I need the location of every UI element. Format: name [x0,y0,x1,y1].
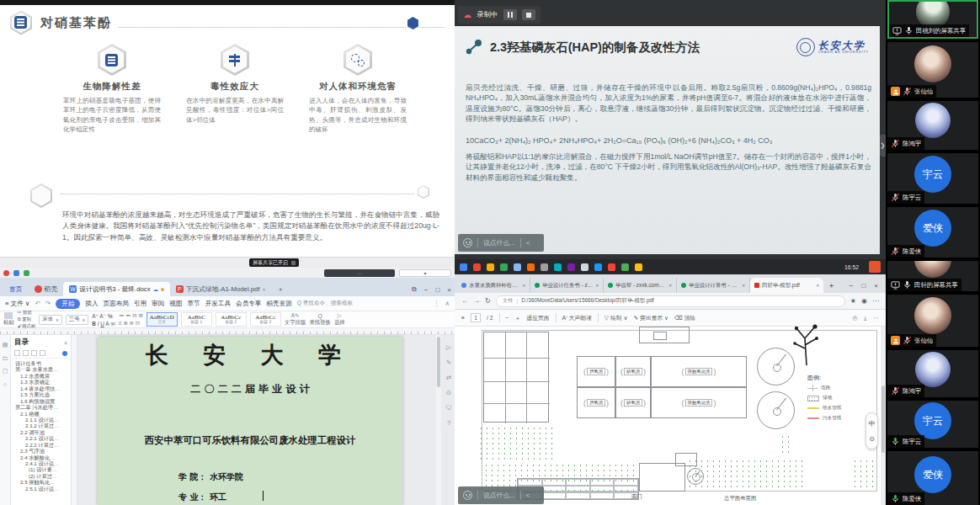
taskbar-app-icon[interactable] [567,263,575,271]
copy-button[interactable]: ⧉ 复制 [18,316,36,322]
stop-recording-button[interactable] [522,9,535,20]
tab-pdf[interactable]: P 下沉式绿地-A1-Model.pdf× [170,282,271,296]
toc-item[interactable]: 2.4.1 设计说… [13,460,69,466]
taskbar-app-icon[interactable] [527,263,535,271]
tray-chart-icon[interactable] [24,270,29,276]
taskbar-app-icon[interactable] [635,263,642,271]
style-heading1[interactable]: AaBbC标题 1 [181,312,212,327]
participant-tile[interactable]: 陈鸿宇 [887,350,978,397]
taskbar-app-icon[interactable] [581,263,589,271]
browser-tab[interactable]: 毕设帮 - zxxk.com网页× [604,278,677,293]
taskbar-app-icon[interactable] [554,263,562,271]
reload-icon[interactable]: ↻ [485,297,491,305]
font-size-select[interactable]: 三号∨ [66,315,88,325]
emoji-icon[interactable] [463,238,472,247]
layout-switch-icon[interactable]: ⧉ [412,285,417,294]
toc-item[interactable]: 2.5.1 设计说… [13,486,69,492]
redo-icon[interactable]: ↷ [45,300,51,307]
browser-tab-active[interactable]: 田轩毕-模型.pdf× [750,278,823,293]
bookmark-icon[interactable]: ▢ [3,368,8,375]
cut-button[interactable]: ✂ 剪切 [18,310,36,316]
emoji-icon[interactable] [463,491,472,500]
menu-page-layout[interactable]: 页面布局 [104,300,129,308]
toc-tool-icon[interactable] [14,350,20,356]
align-icons[interactable]: ≡ ≣ ⊜ ⊡ [119,320,143,327]
fit-page-button[interactable]: 适应页面 [526,314,549,322]
close-tab-icon[interactable]: × [522,283,525,288]
text-tool-button[interactable]: A✎文字排版 [285,312,306,327]
file-menu[interactable]: ≡ 文件 ∨ [5,300,29,308]
bold-italic-group[interactable]: B I U A·x² [92,321,115,327]
menu-docer-res[interactable]: 稻壳资源 [266,300,291,308]
participant-tile[interactable]: 田桃刘的屏幕共享 [887,0,978,39]
nav-pane-icon[interactable]: ▤ [3,342,8,348]
toc-item[interactable]: 2.2 调节池 [13,429,69,435]
taskbar-app-icon[interactable] [594,263,602,271]
tab-docer[interactable]: 稻壳 [29,282,64,296]
read-aloud-button[interactable]: A⁾ 大声朗读 [562,314,592,322]
browser-menu-icon[interactable]: ⋯ [872,297,879,305]
page-number-input[interactable]: 1 [471,313,481,322]
meeting-chat-bar[interactable]: 说点什么... < [458,486,544,504]
save-icon[interactable]: ⤓ [864,315,866,322]
toc-item[interactable]: 第一章 水量水质… [13,366,69,372]
paste-button[interactable]: 粘贴 [3,312,14,327]
help-icon[interactable]: ? [447,419,450,427]
toc-item[interactable]: 1.5 方案比选 [13,391,69,397]
menu-member[interactable]: 会员专享 [236,300,261,308]
menu-reference[interactable]: 引用 [134,300,146,308]
participant-tile[interactable]: 张仙仙 [887,295,978,347]
tab-home[interactable]: 首页 [3,282,29,296]
toc-item[interactable]: 2.2.2 计算过… [13,442,69,448]
pdf-page-canvas[interactable]: (厌氧池) (缺氧池) (接触氧化池) (厌氧池) (缺氧池) (接触氧化池) … [466,327,881,505]
toc-item[interactable]: 第二章 污水处理… [13,404,69,410]
zoom-out-icon[interactable]: − [506,315,509,321]
browser-tab[interactable]: 水量水质两种补给水量预测× [457,278,530,293]
close-icon[interactable]: × [64,340,67,346]
toc-item[interactable]: 2.5 接触氧化… [13,479,69,485]
edit-icon[interactable]: ✎ [446,359,451,366]
browser-tab[interactable]: 毕业设计任务书 - zxxk.com× [530,278,604,293]
toc-item[interactable]: 1.2 水质概算 [13,373,69,379]
close-tab-icon[interactable]: × [742,283,745,288]
toc-toggle-icon[interactable] [62,351,67,356]
toc-item[interactable]: 2.4 水解酸化… [13,454,69,460]
url-field[interactable]: 文件 | D:/360MoveData/Users/15666/Desktop/… [496,295,845,307]
meeting-annotation-widget[interactable]: 中 ⊙ [865,412,878,449]
minimize-button[interactable]: − [424,286,429,294]
close-tab-icon[interactable]: × [595,283,599,288]
toc-tool-icon[interactable] [40,350,45,356]
tab-document[interactable]: W 设计说明书3 - 最终.docx ☁ [63,282,169,296]
taskbar-app-icon[interactable] [460,263,467,271]
taskbar-app-icon[interactable] [621,263,629,271]
print-icon[interactable]: ⎙ [853,315,857,322]
forward-icon[interactable]: → [473,297,480,305]
toc-item[interactable]: 1.6 构筑物设置 [13,398,69,404]
participant-tile[interactable]: 田轩的屏幕共享 [887,261,978,291]
style-heading3[interactable]: AaBbCc标题 3 [250,312,281,327]
menu-start[interactable]: 开始 [56,299,80,309]
menu-view[interactable]: 视图 [169,300,182,308]
grow-font-icon[interactable]: A⁺ A⁻ ℀ [92,313,115,320]
pdf-more-icon[interactable]: ⋯ [873,315,879,322]
profile-icon[interactable]: ◉ [861,297,867,305]
share-tooltip[interactable]: 屏幕共享已开启 [249,258,299,267]
taskbar-app-icon[interactable] [608,263,615,271]
target-icon[interactable]: ⊙ [446,389,451,396]
style-normal[interactable]: AaBbCcD正文 [146,312,178,327]
command-search[interactable]: Q 查找命令、搜索模板 [297,300,353,307]
tray-record-icon[interactable] [3,270,9,276]
more-icon[interactable]: ⋮ [434,300,440,307]
collapse-ribbon-icon[interactable]: ∧ [445,300,450,307]
pause-recording-button[interactable] [503,9,517,20]
participant-tile[interactable]: 张仙仙 [887,42,978,98]
toc-tool-icon[interactable] [31,350,37,356]
chat-input-placeholder[interactable]: 说点什么... [483,238,515,247]
close-button[interactable]: × [447,286,451,294]
browser-tab[interactable]: 毕业设计计算书 - 网页× [677,278,750,293]
toc-item[interactable]: 1.4 废水处理技… [13,385,69,391]
toc-item[interactable]: 设计任务书 [13,360,69,366]
horizontal-ruler[interactable] [0,328,455,335]
highlight-button[interactable]: ✎ 突出显示 ∨ [633,314,668,322]
vertical-ruler[interactable] [72,335,77,505]
